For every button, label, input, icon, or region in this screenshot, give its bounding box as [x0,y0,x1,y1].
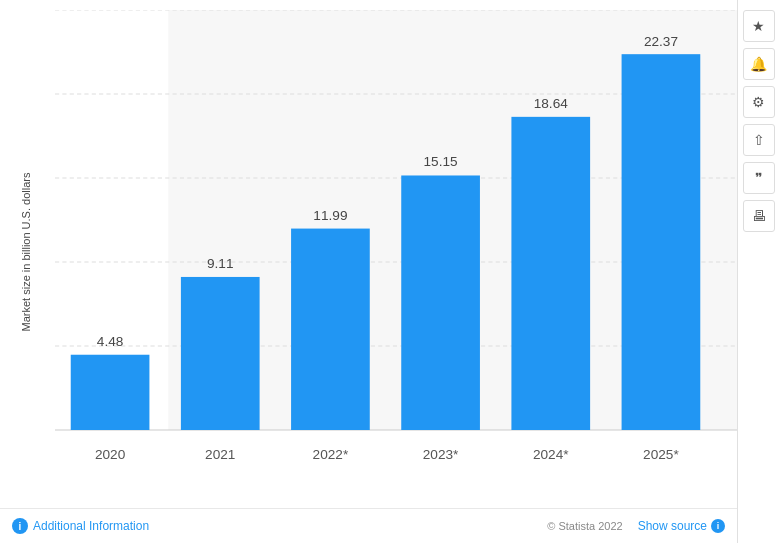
bar-2023 [401,175,480,430]
bar-label-2020: 4.48 [97,334,124,349]
additional-info-button[interactable]: i Additional Information [12,518,149,534]
right-bottom: © Statista 2022 Show source i [547,519,725,533]
bar-label-2024: 18.64 [534,96,569,111]
show-source-button[interactable]: Show source i [638,519,725,533]
bar-chart: 0 5 10 15 20 25 4.48 2020 9.11 2021 11.9… [55,10,737,493]
info-icon: i [12,518,28,534]
settings-button[interactable]: ⚙ [743,86,775,118]
x-label-2023: 2023* [423,447,459,462]
x-label-2025: 2025* [643,447,679,462]
y-axis-label-container: Market size in billion U.S. dollars [6,10,46,493]
chart-container: ★ 🔔 ⚙ ⇧ ❞ 🖶 0 5 10 15 20 2 [0,0,779,543]
y-axis-label: Market size in billion U.S. dollars [20,172,32,331]
x-label-2021: 2021 [205,447,235,462]
bar-label-2023: 15.15 [424,154,458,169]
statista-copyright: © Statista 2022 [547,520,622,532]
bar-2020 [71,355,150,430]
bottom-bar: i Additional Information © Statista 2022… [0,508,737,543]
bell-button[interactable]: 🔔 [743,48,775,80]
bar-label-2022: 11.99 [313,208,347,223]
bar-2024 [511,117,590,430]
print-button[interactable]: 🖶 [743,200,775,232]
share-button[interactable]: ⇧ [743,124,775,156]
bar-label-2025: 22.37 [644,34,678,49]
bar-2025 [622,54,701,430]
bookmark-button[interactable]: ★ [743,10,775,42]
source-info-icon: i [711,519,725,533]
bar-2021 [181,277,260,430]
bar-label-2021: 9.11 [207,256,234,271]
x-label-2020: 2020 [95,447,126,462]
additional-info-label: Additional Information [33,519,149,533]
sidebar-icons: ★ 🔔 ⚙ ⇧ ❞ 🖶 [737,0,779,543]
quote-button[interactable]: ❞ [743,162,775,194]
x-label-2022: 2022* [313,447,349,462]
bar-2022 [291,229,370,430]
x-label-2024: 2024* [533,447,569,462]
show-source-label: Show source [638,519,707,533]
